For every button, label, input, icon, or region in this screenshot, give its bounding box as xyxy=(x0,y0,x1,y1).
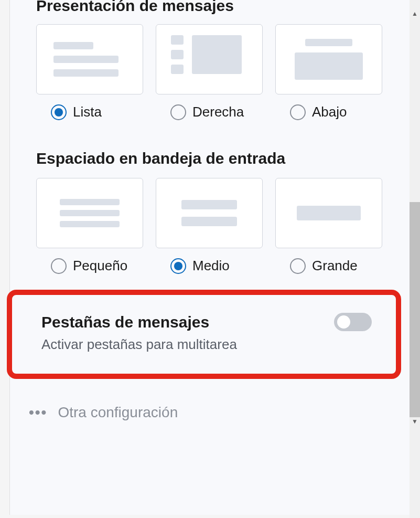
radio-circle-icon xyxy=(51,258,67,274)
grande-preview-icon xyxy=(286,206,371,220)
radio-label-medio: Medio xyxy=(192,258,230,274)
radio-circle-icon xyxy=(170,258,186,274)
spacing-card-pequeno[interactable] xyxy=(36,178,143,248)
presentation-radios: Lista Derecha Abajo xyxy=(10,104,410,120)
other-config-row[interactable]: ••• Otra configuración xyxy=(10,379,410,421)
medio-preview-icon xyxy=(167,200,252,226)
tabs-toggle[interactable] xyxy=(334,313,372,331)
pequeno-preview-icon xyxy=(47,199,132,227)
radio-circle-icon xyxy=(170,104,186,120)
radio-label-derecha: Derecha xyxy=(192,104,244,120)
scrollbar-thumb[interactable] xyxy=(410,202,420,417)
radio-label-abajo: Abajo xyxy=(312,104,347,120)
scrollbar-arrow-up-icon[interactable]: ▲ xyxy=(411,9,419,18)
settings-panel: Presentación de mensajes xyxy=(9,0,410,515)
toggle-knob-icon xyxy=(337,315,350,329)
ellipsis-icon: ••• xyxy=(29,404,47,421)
spacing-card-medio[interactable] xyxy=(156,178,263,248)
presentation-card-abajo[interactable] xyxy=(275,24,382,94)
scrollbar-track[interactable]: ▲ ▼ xyxy=(410,0,420,518)
scrollbar-arrow-down-icon[interactable]: ▼ xyxy=(411,417,419,426)
tabs-section-highlight: Pestañas de mensajes Activar pestañas pa… xyxy=(7,290,401,379)
abajo-preview-icon xyxy=(286,39,371,80)
radio-abajo[interactable]: Abajo xyxy=(275,104,382,120)
radio-label-grande: Grande xyxy=(312,258,358,274)
presentation-card-lista[interactable] xyxy=(36,24,143,94)
radio-lista[interactable]: Lista xyxy=(36,104,143,120)
spacing-card-grande[interactable] xyxy=(275,178,382,248)
tabs-subtitle: Activar pestañas para multitarea xyxy=(41,336,372,353)
other-config-label: Otra configuración xyxy=(58,404,178,421)
radio-pequeno[interactable]: Pequeño xyxy=(36,258,143,274)
radio-label-lista: Lista xyxy=(73,104,102,120)
radio-derecha[interactable]: Derecha xyxy=(156,104,263,120)
radio-circle-icon xyxy=(290,104,306,120)
spacing-radios: Pequeño Medio Grande xyxy=(10,258,410,274)
lista-preview-icon xyxy=(47,42,132,77)
presentation-card-derecha[interactable] xyxy=(156,24,263,94)
spacing-heading: Espaciado en bandeja de entrada xyxy=(10,139,410,178)
presentation-heading: Presentación de mensajes xyxy=(10,0,410,24)
radio-grande[interactable]: Grande xyxy=(275,258,382,274)
tabs-header-row: Pestañas de mensajes xyxy=(41,313,372,331)
radio-circle-icon xyxy=(290,258,306,274)
presentation-options xyxy=(10,24,410,94)
spacing-options xyxy=(10,178,410,248)
radio-medio[interactable]: Medio xyxy=(156,258,263,274)
derecha-preview-icon xyxy=(167,35,252,83)
tabs-title: Pestañas de mensajes xyxy=(41,313,209,331)
radio-label-pequeno: Pequeño xyxy=(73,258,127,274)
radio-circle-icon xyxy=(51,104,67,120)
